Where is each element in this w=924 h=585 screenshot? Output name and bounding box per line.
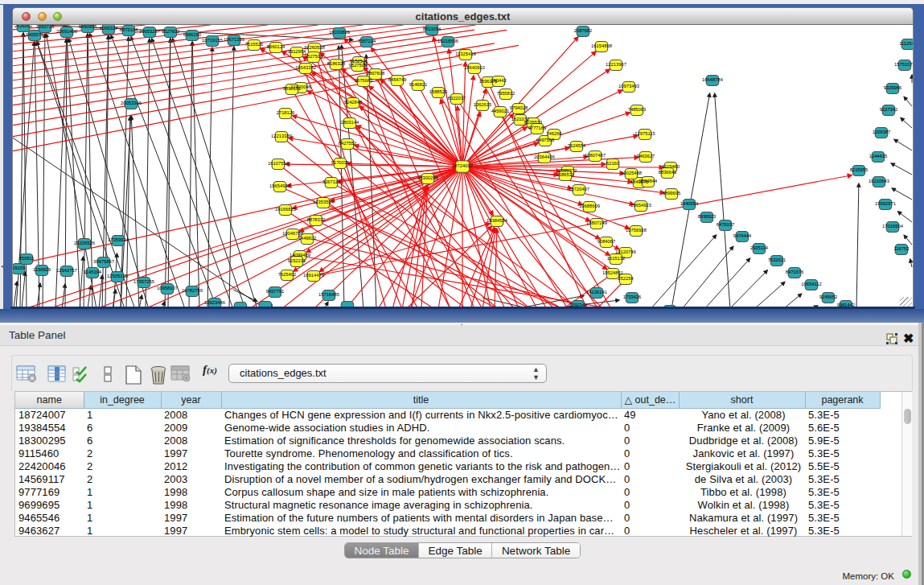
svg-text:39159: 39159 <box>13 266 25 270</box>
svg-text:9245652: 9245652 <box>819 295 838 299</box>
svg-text:15716485: 15716485 <box>318 292 339 297</box>
svg-text:2093716: 2093716 <box>36 25 55 29</box>
svg-text:1440954: 1440954 <box>680 201 699 206</box>
svg-text:15720407: 15720407 <box>569 187 589 192</box>
svg-text:9460955: 9460955 <box>79 25 97 29</box>
svg-text:1615132: 1615132 <box>607 256 626 261</box>
svg-text:8454749: 8454749 <box>388 77 407 82</box>
svg-text:7357224: 7357224 <box>358 39 376 43</box>
svg-text:10958107: 10958107 <box>157 286 178 290</box>
svg-text:190443: 190443 <box>491 78 506 83</box>
svg-text:2935114: 2935114 <box>750 245 769 250</box>
svg-text:10671355: 10671355 <box>224 37 244 42</box>
svg-text:16154808: 16154808 <box>591 43 612 48</box>
svg-text:6466160: 6466160 <box>183 32 202 37</box>
svg-text:1065327: 1065327 <box>100 26 118 31</box>
svg-text:2616052: 2616052 <box>14 25 33 28</box>
svg-text:1733426: 1733426 <box>623 295 642 299</box>
svg-text:9527505: 9527505 <box>349 63 368 68</box>
svg-text:39975867: 39975867 <box>93 259 114 264</box>
svg-text:19654923: 19654923 <box>630 203 651 208</box>
svg-text:7632621: 7632621 <box>768 257 786 262</box>
svg-text:3267110: 3267110 <box>322 179 340 184</box>
svg-text:19166825: 19166825 <box>275 207 296 212</box>
svg-text:18724007: 18724007 <box>452 163 473 168</box>
svg-text:7625402: 7625402 <box>278 272 297 277</box>
svg-text:4459021: 4459021 <box>491 109 510 113</box>
svg-text:10688609: 10688609 <box>579 204 600 208</box>
svg-text:9152231: 9152231 <box>288 258 306 263</box>
svg-text:19384554: 19384554 <box>487 218 508 223</box>
svg-text:14099489: 14099489 <box>290 253 310 257</box>
svg-text:16543382: 16543382 <box>295 65 316 70</box>
svg-text:2867608: 2867608 <box>367 71 385 76</box>
svg-text:9594844: 9594844 <box>639 179 658 183</box>
svg-text:10756928: 10756928 <box>626 228 647 233</box>
svg-text:12942757: 12942757 <box>56 268 77 273</box>
svg-text:8873104: 8873104 <box>120 27 138 32</box>
svg-text:3624554: 3624554 <box>568 143 586 148</box>
svg-text:8660124: 8660124 <box>267 44 285 49</box>
svg-text:8215955: 8215955 <box>850 167 869 172</box>
svg-text:10654112: 10654112 <box>801 282 821 286</box>
svg-text:9170035: 9170035 <box>331 160 350 165</box>
svg-text:8105533: 8105533 <box>524 120 543 125</box>
svg-text:15692971: 15692971 <box>875 201 896 206</box>
svg-text:8878332: 8878332 <box>307 217 326 222</box>
svg-text:16914479: 16914479 <box>303 273 324 278</box>
svg-text:9227342: 9227342 <box>880 107 898 112</box>
svg-text:10973493: 10973493 <box>618 84 639 89</box>
svg-text:12213389: 12213389 <box>271 134 292 138</box>
svg-text:9242848: 9242848 <box>344 100 363 105</box>
svg-text:1112541: 1112541 <box>899 41 914 46</box>
svg-text:16782759: 16782759 <box>182 288 203 293</box>
svg-text:1362615: 1362615 <box>474 102 492 107</box>
svg-text:1244415: 1244415 <box>869 154 888 159</box>
svg-text:1405571: 1405571 <box>26 32 44 37</box>
svg-text:16210643: 16210643 <box>869 179 889 183</box>
svg-text:116753: 116753 <box>894 246 910 251</box>
svg-text:9794028: 9794028 <box>510 105 528 110</box>
svg-text:6479197: 6479197 <box>717 222 735 227</box>
svg-text:7955812: 7955812 <box>497 91 515 96</box>
svg-text:10719155: 10719155 <box>202 38 223 43</box>
svg-text:6497568: 6497568 <box>536 138 555 142</box>
svg-text:2086531: 2086531 <box>556 172 575 177</box>
svg-text:22260538: 22260538 <box>304 45 325 50</box>
svg-text:9474444: 9474444 <box>733 233 752 238</box>
svg-text:16648784: 16648784 <box>702 77 724 82</box>
svg-text:20206526: 20206526 <box>74 241 95 245</box>
svg-text:19654925: 19654925 <box>269 183 290 188</box>
svg-text:2718126: 2718126 <box>277 110 295 115</box>
svg-text:20691406: 20691406 <box>56 29 77 34</box>
svg-text:850811: 850811 <box>19 256 35 261</box>
svg-text:17016504: 17016504 <box>882 224 904 229</box>
svg-text:12505135: 12505135 <box>107 274 128 278</box>
svg-text:1527602: 1527602 <box>162 29 180 34</box>
svg-text:9899695: 9899695 <box>663 191 681 196</box>
svg-text:8938923: 8938923 <box>698 214 717 219</box>
svg-text:1209387: 1209387 <box>873 130 891 134</box>
svg-text:9115460: 9115460 <box>662 164 680 169</box>
svg-text:18300295: 18300295 <box>417 175 438 180</box>
svg-text:8427552: 8427552 <box>339 141 357 146</box>
svg-text:62160: 62160 <box>606 161 619 166</box>
svg-text:8322037: 8322037 <box>448 96 466 101</box>
svg-text:9457791: 9457791 <box>266 289 285 294</box>
svg-text:1145194: 1145194 <box>84 270 102 274</box>
svg-text:2803144: 2803144 <box>341 120 359 125</box>
svg-text:20364436: 20364436 <box>534 154 555 159</box>
svg-text:19524851: 19524851 <box>602 270 623 275</box>
svg-text:7485063: 7485063 <box>628 107 647 112</box>
svg-text:10807487: 10807487 <box>585 153 606 158</box>
svg-text:252254: 252254 <box>618 276 634 281</box>
svg-text:19218506: 19218506 <box>437 39 458 43</box>
svg-text:9463627: 9463627 <box>637 154 655 159</box>
svg-text:9890161: 9890161 <box>283 86 302 91</box>
svg-text:8813054: 8813054 <box>423 27 441 31</box>
svg-text:9146821: 9146821 <box>409 82 428 87</box>
svg-text:9777169: 9777169 <box>528 126 547 130</box>
svg-text:3675685: 3675685 <box>355 78 373 83</box>
svg-text:12213967: 12213967 <box>606 62 626 67</box>
svg-text:15751074: 15751074 <box>894 62 914 67</box>
